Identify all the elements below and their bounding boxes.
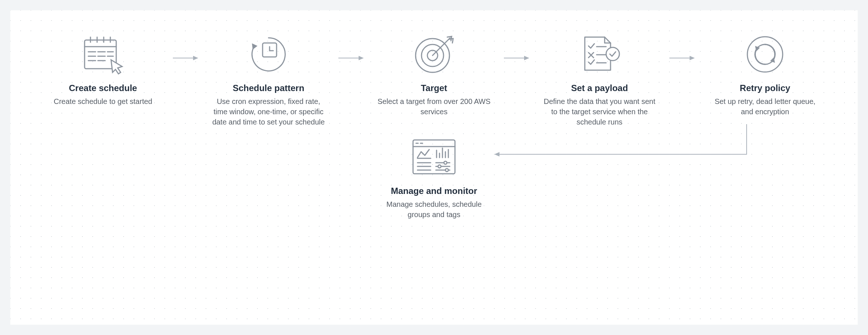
clock-refresh-icon <box>246 32 291 76</box>
steps-row: Create schedule Create schedule to get s… <box>10 32 858 127</box>
svg-marker-33 <box>690 56 695 60</box>
svg-rect-38 <box>413 140 455 174</box>
svg-marker-15 <box>193 56 198 60</box>
arrow-icon <box>495 36 539 80</box>
arrow-icon <box>329 36 373 80</box>
step-desc: Manage schedules, schedule groups and ta… <box>377 199 491 220</box>
step-title: Retry policy <box>740 83 790 93</box>
step-title: Target <box>421 83 447 93</box>
step-target: Target Select a target from over 200 AWS… <box>373 32 495 117</box>
arrow-icon <box>660 36 704 80</box>
svg-point-34 <box>747 37 783 72</box>
connector-row: Manage and monitor Manage schedules, sch… <box>10 124 858 278</box>
step-manage-monitor: Manage and monitor Manage schedules, sch… <box>373 135 495 220</box>
step-desc: Select a target from over 200 AWS servic… <box>377 96 491 117</box>
diagram-canvas: Create schedule Create schedule to get s… <box>10 10 858 325</box>
step-retry-policy: Retry policy Set up retry, dead letter q… <box>704 32 826 117</box>
dashboard-icon <box>410 135 458 179</box>
retry-cycle-icon <box>743 32 787 76</box>
step-set-payload: Set a payload Define the data that you w… <box>539 32 660 127</box>
svg-marker-37 <box>494 152 499 156</box>
step-desc: Define the data that you want sent to th… <box>542 96 657 127</box>
svg-point-31 <box>606 47 619 61</box>
svg-marker-21 <box>359 56 364 60</box>
step-desc: Use cron expression, fixed rate, time wi… <box>211 96 326 127</box>
svg-marker-16 <box>252 43 257 50</box>
step-create-schedule: Create schedule Create schedule to get s… <box>42 32 164 107</box>
step-desc: Set up retry, dead letter queue, and enc… <box>708 96 822 117</box>
svg-point-54 <box>438 165 441 168</box>
svg-point-56 <box>445 169 448 172</box>
svg-point-52 <box>444 161 447 164</box>
arrow-icon <box>164 36 208 80</box>
step-title: Schedule pattern <box>233 83 305 93</box>
step-title: Set a payload <box>571 83 628 93</box>
step-desc: Create schedule to get started <box>54 96 152 107</box>
svg-marker-27 <box>524 56 529 60</box>
target-arrow-icon <box>412 32 456 76</box>
checklist-icon <box>577 32 622 76</box>
step-schedule-pattern: Schedule pattern Use cron expression, fi… <box>208 32 329 127</box>
calendar-cursor-icon <box>81 32 125 76</box>
step-title: Create schedule <box>69 83 137 93</box>
step-title: Manage and monitor <box>391 186 477 196</box>
